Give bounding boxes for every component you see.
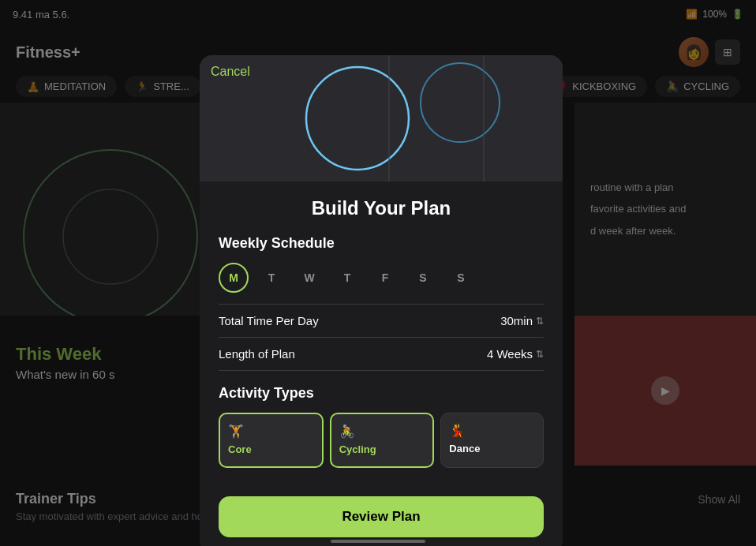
day-wednesday[interactable]: W [294, 263, 324, 293]
total-time-label: Total Time Per Day [219, 314, 319, 327]
core-icon: 🏋 [228, 424, 314, 439]
activity-types-section: Activity Types 🏋 Core 🚴 Cycling 💃 Dance [219, 385, 544, 468]
activity-grid: 🏋 Core 🚴 Cycling 💃 Dance [219, 413, 544, 468]
day-saturday[interactable]: S [408, 263, 438, 293]
activity-types-title: Activity Types [219, 385, 544, 402]
day-tuesday[interactable]: T [256, 263, 286, 293]
weekly-schedule-title: Weekly Schedule [219, 235, 544, 252]
weekly-schedule-section: Weekly Schedule M T W T F S S Total Time… [219, 235, 544, 371]
day-selector: M T W T F S S [219, 263, 544, 293]
total-time-row: Total Time Per Day 30min ⇅ [219, 304, 544, 337]
modal-title: Build Your Plan [219, 197, 544, 219]
activity-dance[interactable]: 💃 Dance [440, 413, 544, 468]
day-thursday[interactable]: T [332, 263, 362, 293]
build-your-plan-modal: Cancel Build Your Plan Weekly Schedule M… [200, 55, 563, 546]
total-time-value[interactable]: 30min ⇅ [500, 314, 544, 327]
length-of-plan-row: Length of Plan 4 Weeks ⇅ [219, 337, 544, 371]
activity-core[interactable]: 🏋 Core [219, 413, 324, 468]
review-btn-wrap: Review Plan [200, 484, 563, 537]
length-of-plan-value[interactable]: 4 Weeks ⇅ [487, 347, 544, 361]
cycling-activity-icon: 🚴 [339, 424, 425, 439]
day-monday[interactable]: M [219, 263, 249, 293]
dance-label: Dance [449, 443, 535, 454]
modal-content: Build Your Plan Weekly Schedule M T W T … [200, 181, 563, 484]
day-friday[interactable]: F [370, 263, 400, 293]
review-plan-button[interactable]: Review Plan [219, 496, 544, 537]
day-sunday[interactable]: S [446, 263, 476, 293]
length-of-plan-label: Length of Plan [219, 347, 295, 361]
modal-hero: Cancel [200, 55, 563, 181]
home-indicator [331, 540, 425, 543]
activity-cycling[interactable]: 🚴 Cycling [330, 413, 435, 468]
cancel-button[interactable]: Cancel [211, 65, 250, 79]
core-label: Core [228, 443, 314, 455]
dance-icon: 💃 [449, 423, 535, 438]
length-chevron: ⇅ [536, 349, 544, 360]
cycling-activity-label: Cycling [339, 443, 425, 455]
total-time-chevron: ⇅ [536, 316, 544, 327]
svg-rect-4 [200, 55, 563, 181]
